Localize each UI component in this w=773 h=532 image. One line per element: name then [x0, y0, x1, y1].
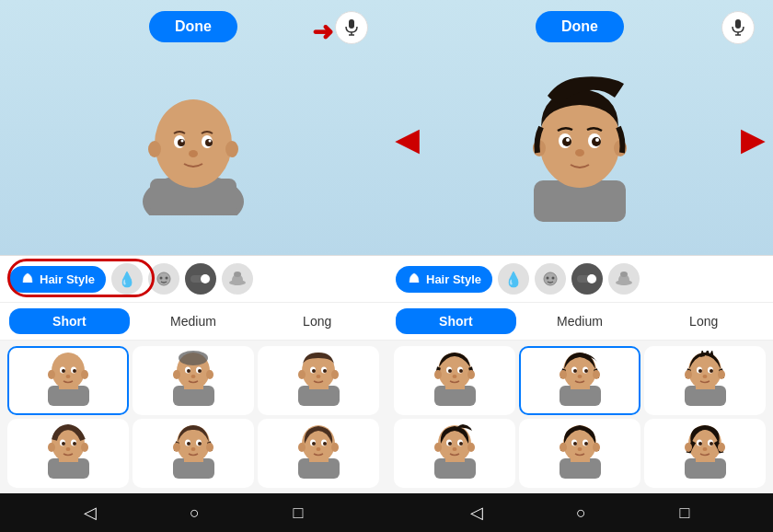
left-face-button[interactable]	[148, 263, 179, 295]
left-hair-item-2[interactable]	[258, 346, 379, 415]
left-hair-icon	[20, 272, 35, 287]
svg-point-136	[710, 369, 713, 373]
right-hair-style-button[interactable]: Hair Style	[396, 266, 492, 293]
right-nav-bar: ◁ ○ □	[386, 493, 773, 532]
right-toggle-button[interactable]	[571, 263, 603, 295]
left-color-button[interactable]: 💧	[111, 263, 143, 295]
svg-point-102	[551, 277, 554, 280]
svg-point-84	[316, 447, 320, 451]
svg-point-97	[566, 138, 570, 142]
svg-point-142	[467, 443, 475, 452]
svg-point-72	[187, 442, 190, 445]
right-nav-back[interactable]: ◁	[470, 503, 483, 523]
svg-point-31	[62, 369, 65, 373]
svg-point-117	[452, 375, 456, 378]
svg-point-112	[467, 370, 475, 379]
svg-point-54	[316, 375, 320, 378]
left-length-tabs: Short Medium Long	[0, 303, 386, 341]
svg-point-79	[331, 443, 339, 452]
svg-point-107	[620, 272, 628, 277]
right-face-button[interactable]	[535, 263, 566, 295]
left-nav-bar: ◁ ○ □	[0, 493, 386, 532]
right-hair-item-4[interactable]	[519, 419, 640, 488]
right-nav-recent[interactable]: □	[679, 503, 689, 523]
right-color-button[interactable]: 💧	[498, 263, 529, 295]
svg-point-83	[323, 442, 327, 445]
svg-point-78	[298, 443, 306, 452]
left-hair-grid	[0, 341, 386, 493]
left-avatar-area: Done ➜	[0, 0, 386, 255]
svg-point-13	[181, 139, 184, 142]
svg-point-26	[52, 353, 85, 389]
left-hair-item-0[interactable]	[7, 346, 129, 415]
left-nav-home[interactable]: ○	[190, 503, 200, 523]
svg-point-167	[702, 447, 707, 451]
svg-point-101	[546, 277, 548, 280]
left-hair-item-1[interactable]	[133, 346, 254, 415]
left-arrow-indicator: ➜	[312, 17, 333, 47]
svg-point-73	[198, 442, 202, 445]
svg-point-152	[593, 443, 600, 452]
left-bottom-panel: Hair Style 💧	[0, 255, 386, 493]
right-tab-long[interactable]: Long	[643, 308, 764, 334]
svg-rect-85	[735, 19, 741, 29]
svg-point-127	[577, 375, 582, 378]
left-mic-icon[interactable]	[335, 11, 368, 44]
left-category-bar: Hair Style 💧	[0, 256, 386, 303]
right-mic-icon[interactable]	[721, 11, 755, 44]
right-hair-item-3[interactable]	[394, 419, 515, 488]
left-hair-item-3[interactable]	[7, 419, 129, 488]
left-toggle-button[interactable]	[185, 263, 216, 295]
svg-point-135	[698, 369, 702, 373]
svg-point-115	[448, 369, 452, 373]
svg-point-132	[718, 370, 725, 379]
left-nav-back[interactable]: ◁	[84, 503, 97, 523]
right-done-button[interactable]: Done	[536, 11, 624, 42]
svg-point-98	[595, 138, 599, 142]
svg-point-20	[201, 274, 210, 283]
right-hair-item-5[interactable]	[644, 419, 766, 488]
svg-point-8	[225, 141, 238, 157]
svg-rect-0	[349, 19, 354, 29]
svg-point-131	[685, 370, 692, 379]
left-done-button[interactable]: Done	[149, 11, 237, 42]
left-hair-item-5[interactable]	[258, 419, 379, 488]
svg-point-162	[718, 443, 725, 452]
svg-point-33	[65, 375, 70, 378]
svg-point-145	[448, 442, 452, 445]
svg-point-155	[573, 442, 577, 445]
right-tab-short[interactable]: Short	[396, 308, 516, 334]
svg-point-15	[189, 150, 198, 157]
right-hair-item-2[interactable]	[644, 346, 766, 415]
right-hair-item-0[interactable]	[394, 346, 515, 415]
right-bottom-panel: Hair Style 💧	[386, 255, 773, 493]
svg-point-69	[206, 443, 213, 452]
svg-point-53	[323, 369, 327, 373]
svg-point-49	[331, 370, 339, 379]
right-hair-item-1[interactable]	[519, 346, 640, 415]
svg-point-166	[710, 442, 713, 445]
right-tab-medium[interactable]: Medium	[520, 308, 640, 334]
left-nav-recent[interactable]: □	[293, 503, 303, 523]
left-hair-style-label: Hair Style	[40, 272, 95, 286]
svg-point-151	[560, 443, 567, 452]
left-tab-short[interactable]: Short	[9, 308, 130, 334]
svg-point-59	[81, 443, 88, 452]
right-length-tabs: Short Medium Long	[386, 303, 773, 341]
right-avatar	[515, 61, 644, 222]
right-category-bar: Hair Style 💧	[386, 256, 773, 303]
svg-point-100	[544, 272, 557, 285]
left-hair-style-button[interactable]: Hair Style	[9, 266, 106, 293]
right-nav-home[interactable]: ○	[576, 503, 586, 523]
svg-point-28	[81, 370, 88, 379]
right-hat-button[interactable]	[608, 263, 640, 295]
svg-point-156	[584, 442, 588, 445]
left-hat-button[interactable]	[222, 263, 253, 295]
left-tab-medium[interactable]: Medium	[133, 308, 254, 334]
svg-point-14	[209, 139, 212, 142]
svg-point-116	[459, 369, 463, 373]
svg-point-111	[434, 370, 442, 379]
left-tab-long[interactable]: Long	[257, 308, 377, 334]
svg-point-126	[584, 369, 588, 373]
left-hair-item-4[interactable]	[133, 419, 254, 488]
